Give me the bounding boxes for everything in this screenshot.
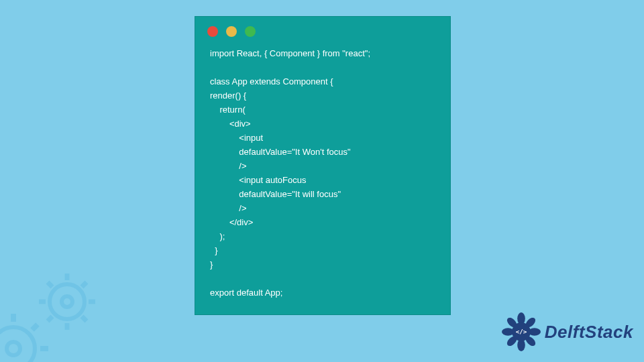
- traffic-light-minimize-icon[interactable]: [226, 26, 237, 37]
- gears-watermark-icon: [0, 255, 107, 362]
- svg-line-7: [32, 324, 38, 330]
- brand: </> DelftStack: [502, 312, 633, 351]
- brand-name: DelftStack: [545, 322, 633, 343]
- svg-line-16: [48, 282, 52, 287]
- code-block: import React, { Component } from "react"…: [195, 42, 450, 306]
- svg-point-11: [62, 296, 72, 307]
- window-titlebar: [195, 17, 450, 42]
- svg-text:</>: </>: [515, 328, 527, 335]
- traffic-light-zoom-icon[interactable]: [245, 26, 256, 37]
- code-window: import React, { Component } from "react"…: [195, 16, 451, 315]
- svg-point-10: [50, 284, 85, 319]
- traffic-light-close-icon[interactable]: [207, 26, 218, 37]
- svg-line-17: [82, 282, 87, 287]
- svg-line-19: [82, 316, 87, 321]
- svg-line-18: [48, 316, 52, 321]
- brand-logo-icon: </>: [502, 312, 541, 351]
- svg-point-1: [7, 342, 20, 355]
